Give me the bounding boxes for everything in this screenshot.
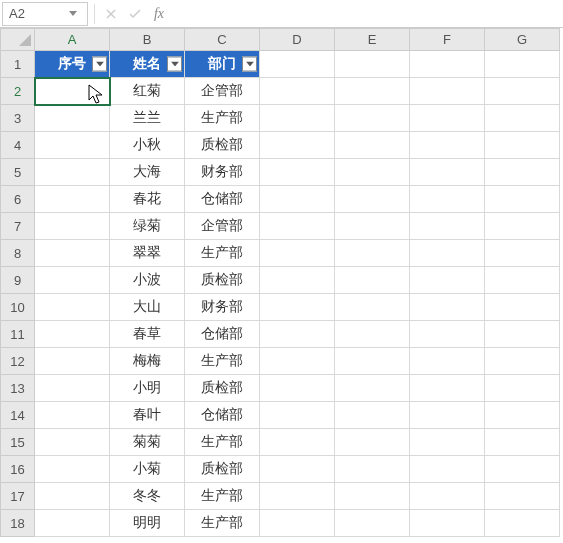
cell[interactable] — [485, 132, 560, 159]
cell[interactable] — [35, 240, 110, 267]
cell[interactable] — [335, 213, 410, 240]
col-header-E[interactable]: E — [335, 29, 410, 51]
col-header-A[interactable]: A — [35, 29, 110, 51]
col-header-F[interactable]: F — [410, 29, 485, 51]
cell[interactable]: 企管部 — [185, 213, 260, 240]
cell[interactable]: 仓储部 — [185, 186, 260, 213]
fx-icon[interactable]: fx — [147, 2, 171, 26]
cell[interactable]: 春叶 — [110, 402, 185, 429]
cell[interactable] — [260, 267, 335, 294]
cell[interactable]: 质检部 — [185, 132, 260, 159]
cell[interactable] — [260, 429, 335, 456]
cell[interactable] — [35, 294, 110, 321]
cell[interactable]: 财务部 — [185, 159, 260, 186]
cell[interactable] — [485, 105, 560, 132]
cell[interactable] — [335, 321, 410, 348]
row-header[interactable]: 6 — [1, 186, 35, 213]
cell[interactable]: 生产部 — [185, 105, 260, 132]
cell[interactable] — [410, 375, 485, 402]
cell[interactable] — [485, 240, 560, 267]
cell[interactable] — [335, 348, 410, 375]
cell[interactable]: 小明 — [110, 375, 185, 402]
cell[interactable] — [410, 348, 485, 375]
cell[interactable] — [335, 51, 410, 78]
cell[interactable] — [485, 186, 560, 213]
cell[interactable] — [260, 483, 335, 510]
cell[interactable]: 冬冬 — [110, 483, 185, 510]
cell[interactable]: 红菊 — [110, 78, 185, 105]
cell[interactable] — [410, 321, 485, 348]
row-header[interactable]: 7 — [1, 213, 35, 240]
cell[interactable] — [35, 348, 110, 375]
cell[interactable] — [260, 456, 335, 483]
cell[interactable]: 质检部 — [185, 267, 260, 294]
col-header-G[interactable]: G — [485, 29, 560, 51]
row-header[interactable]: 11 — [1, 321, 35, 348]
row-header[interactable]: 12 — [1, 348, 35, 375]
cell[interactable] — [260, 348, 335, 375]
cell[interactable] — [35, 186, 110, 213]
row-header[interactable]: 3 — [1, 105, 35, 132]
cell[interactable]: 质检部 — [185, 375, 260, 402]
cell[interactable] — [410, 78, 485, 105]
row-header[interactable]: 1 — [1, 51, 35, 78]
cell[interactable]: 仓储部 — [185, 321, 260, 348]
cell[interactable] — [485, 402, 560, 429]
cell[interactable] — [35, 402, 110, 429]
cell[interactable] — [35, 267, 110, 294]
row-header[interactable]: 9 — [1, 267, 35, 294]
cell[interactable]: 生产部 — [185, 240, 260, 267]
cell[interactable] — [260, 294, 335, 321]
cell[interactable] — [335, 375, 410, 402]
select-all-corner[interactable] — [1, 29, 35, 51]
row-header[interactable]: 16 — [1, 456, 35, 483]
cell[interactable] — [335, 483, 410, 510]
cell[interactable] — [35, 456, 110, 483]
cell[interactable] — [485, 51, 560, 78]
cell[interactable]: 兰兰 — [110, 105, 185, 132]
row-header[interactable]: 8 — [1, 240, 35, 267]
cell[interactable] — [260, 321, 335, 348]
cell[interactable] — [260, 105, 335, 132]
row-header[interactable]: 10 — [1, 294, 35, 321]
name-box-dropdown-icon[interactable] — [65, 11, 81, 16]
cell[interactable]: 菊菊 — [110, 429, 185, 456]
cell[interactable] — [260, 510, 335, 537]
cell[interactable] — [485, 348, 560, 375]
cell[interactable] — [335, 456, 410, 483]
filter-dropdown-icon[interactable] — [92, 57, 107, 72]
cell[interactable] — [260, 159, 335, 186]
cell[interactable] — [35, 105, 110, 132]
header-cell-seq[interactable]: 序号 — [35, 51, 110, 78]
cell[interactable] — [260, 240, 335, 267]
row-header[interactable]: 14 — [1, 402, 35, 429]
cell[interactable] — [485, 510, 560, 537]
cell[interactable]: 大山 — [110, 294, 185, 321]
cell[interactable] — [485, 456, 560, 483]
cell[interactable] — [335, 294, 410, 321]
cell[interactable] — [260, 51, 335, 78]
cell[interactable] — [410, 132, 485, 159]
cell[interactable] — [260, 402, 335, 429]
cell[interactable] — [485, 159, 560, 186]
row-header[interactable]: 5 — [1, 159, 35, 186]
cell[interactable] — [410, 105, 485, 132]
cell[interactable] — [335, 267, 410, 294]
cell[interactable] — [335, 78, 410, 105]
cell[interactable] — [410, 159, 485, 186]
name-box[interactable]: A2 — [2, 2, 88, 26]
cell[interactable] — [335, 402, 410, 429]
cell[interactable]: 梅梅 — [110, 348, 185, 375]
cell[interactable]: 小菊 — [110, 456, 185, 483]
cell[interactable]: 大海 — [110, 159, 185, 186]
col-header-D[interactable]: D — [260, 29, 335, 51]
cell[interactable] — [35, 510, 110, 537]
cell[interactable]: 绿菊 — [110, 213, 185, 240]
cell[interactable]: 明明 — [110, 510, 185, 537]
cell[interactable]: 春草 — [110, 321, 185, 348]
filter-dropdown-icon[interactable] — [242, 57, 257, 72]
cell[interactable] — [35, 321, 110, 348]
cell[interactable] — [410, 294, 485, 321]
cell[interactable] — [35, 132, 110, 159]
cell[interactable] — [35, 213, 110, 240]
